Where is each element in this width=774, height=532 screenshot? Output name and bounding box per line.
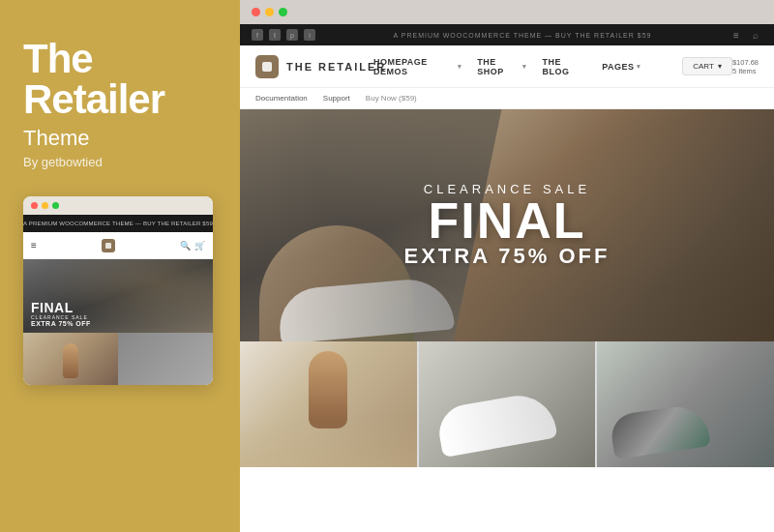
topbar-menu-icon[interactable]: ≡ bbox=[729, 28, 743, 42]
shoe-shape-2 bbox=[434, 390, 557, 458]
site-navbar: THE RETAILER HOMEPAGE DEMOS ▾ THE SHOP ▾… bbox=[240, 45, 774, 88]
mini-topbar: A PREMIUM WOOCOMMERCE THEME — BUY THE RE… bbox=[23, 215, 213, 232]
site-logo-icon bbox=[255, 55, 279, 78]
cart-items: 5 Items bbox=[732, 67, 759, 75]
cart-label: CART bbox=[693, 62, 714, 71]
topbar-promo-text: A PREMIUM WOOCOMMERCE THEME — BUY THE RE… bbox=[394, 32, 652, 39]
instagram-icon: i bbox=[304, 29, 315, 41]
cart-button[interactable]: CART ▾ bbox=[682, 57, 732, 75]
hero-extra-text: EXTRA 75% OFF bbox=[404, 244, 610, 269]
nav-the-shop[interactable]: THE SHOP ▾ bbox=[477, 57, 526, 76]
thumb1-bg bbox=[240, 419, 417, 467]
thumbnail-1 bbox=[240, 341, 417, 467]
mini-cart-icon: 🛒 bbox=[194, 241, 205, 251]
mini-browser-chrome bbox=[23, 196, 213, 215]
dot-yellow-icon bbox=[42, 202, 48, 209]
mini-bottom-images bbox=[23, 333, 213, 385]
subnav-documentation[interactable]: Documentation bbox=[255, 94, 308, 103]
mini-hero: FINAL CLEARANCE SALE EXTRA 75% OFF bbox=[23, 259, 213, 333]
topbar-search-icon[interactable]: ⌕ bbox=[749, 28, 762, 42]
mini-logo-icon bbox=[102, 239, 115, 252]
mini-navbar: ≡ 🔍 🛒 bbox=[23, 232, 213, 259]
cart-arrow-icon: ▾ bbox=[718, 62, 722, 71]
site-logo-area: THE RETAILER bbox=[255, 55, 386, 78]
mini-nav-icons: 🔍 🛒 bbox=[180, 241, 205, 251]
site-topbar: f t p i A PREMIUM WOOCOMMERCE THEME — BU… bbox=[240, 24, 774, 45]
hero-final-text: FINAL bbox=[404, 198, 610, 244]
browser-dot-red bbox=[252, 8, 260, 16]
browser-dot-green bbox=[279, 8, 287, 16]
nav-pages[interactable]: PAGES ▾ bbox=[602, 62, 640, 72]
mini-logo bbox=[102, 239, 115, 252]
pinterest-icon: p bbox=[286, 29, 298, 41]
thumbnail-2 bbox=[419, 341, 596, 467]
nav-arrow-icon: ▾ bbox=[522, 63, 527, 71]
mini-thumb-1 bbox=[23, 333, 118, 385]
site-nav-links: HOMEPAGE DEMOS ▾ THE SHOP ▾ THE BLOG PAG… bbox=[373, 57, 640, 76]
subnav-buynow[interactable]: Buy Now ($59) bbox=[366, 94, 417, 103]
site-thumbnails bbox=[240, 341, 774, 467]
nav-homepage-demos[interactable]: HOMEPAGE DEMOS ▾ bbox=[373, 57, 461, 76]
theme-by: By getbowtied bbox=[23, 155, 103, 169]
cart-info: $107.68 5 Items bbox=[732, 58, 759, 75]
dot-red-icon bbox=[31, 202, 38, 209]
mini-hamburger-icon: ≡ bbox=[31, 240, 37, 251]
twitter-icon: t bbox=[269, 29, 281, 41]
mini-search-icon: 🔍 bbox=[180, 241, 191, 251]
subnav-support[interactable]: Support bbox=[323, 94, 350, 103]
nav-the-blog[interactable]: THE BLOG bbox=[542, 57, 586, 76]
social-icons: f t p i bbox=[252, 29, 315, 41]
theme-title: The Retailer bbox=[23, 39, 164, 120]
hero-text-block: CLEARANCE SALE FINAL EXTRA 75% OFF bbox=[404, 182, 610, 269]
svg-rect-0 bbox=[105, 243, 111, 249]
arm-shape bbox=[309, 351, 347, 429]
nav-arrow-icon: ▾ bbox=[637, 63, 641, 71]
browser-chrome bbox=[240, 0, 774, 24]
theme-subtitle: Theme bbox=[23, 126, 89, 151]
facebook-icon: f bbox=[252, 29, 263, 41]
nav-arrow-icon: ▾ bbox=[458, 63, 462, 71]
cart-amount: $107.68 bbox=[732, 58, 759, 67]
main-browser: f t p i A PREMIUM WOOCOMMERCE THEME — BU… bbox=[240, 0, 774, 532]
svg-rect-1 bbox=[262, 62, 272, 72]
cart-area[interactable]: CART ▾ $107.68 5 Items bbox=[682, 57, 759, 75]
thumbnail-3 bbox=[597, 341, 774, 467]
topbar-right-icons: ≡ ⌕ bbox=[729, 28, 762, 42]
browser-dot-yellow bbox=[265, 8, 274, 16]
left-panel: The Retailer Theme By getbowtied A PREMI… bbox=[0, 0, 240, 532]
site-subnav: Documentation Support Buy Now ($59) bbox=[240, 88, 774, 109]
site-logo-text: THE RETAILER bbox=[286, 61, 386, 73]
shoe-shape-3 bbox=[610, 402, 711, 458]
mini-browser-preview: A PREMIUM WOOCOMMERCE THEME — BUY THE RE… bbox=[23, 196, 213, 385]
dot-green-icon bbox=[52, 202, 59, 209]
mini-thumb-2 bbox=[118, 333, 213, 385]
mini-hero-text: FINAL CLEARANCE SALE EXTRA 75% OFF bbox=[31, 301, 91, 327]
site-hero: CLEARANCE SALE FINAL EXTRA 75% OFF bbox=[240, 109, 774, 341]
